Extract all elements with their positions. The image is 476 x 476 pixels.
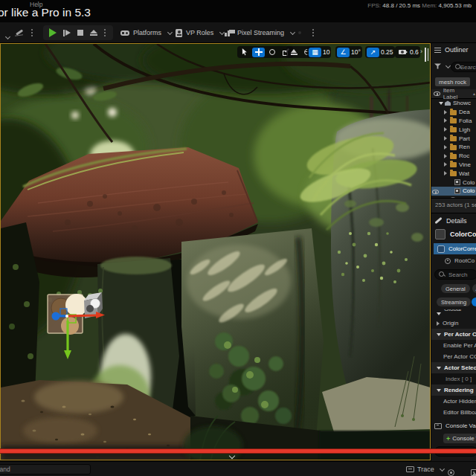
- details-title: Details: [446, 217, 467, 225]
- filter-chip-mesh-rock[interactable]: mesh rock: [435, 77, 470, 86]
- play-options-icon[interactable]: [104, 32, 106, 33]
- frame-skip-button[interactable]: [63, 30, 71, 36]
- details-row[interactable]: Global: [431, 309, 476, 318]
- outliner-filter-button[interactable]: [434, 63, 450, 69]
- page-title: or like a Pro in 5.3: [0, 6, 91, 19]
- component-row-selected[interactable]: ColorCorrec: [434, 243, 476, 254]
- expander-arrow-icon[interactable]: [439, 102, 443, 105]
- row-type-icon: [454, 179, 460, 185]
- details-row[interactable]: Rendering: [431, 385, 476, 396]
- expander-arrow-icon[interactable]: [444, 145, 448, 149]
- modes-options-icon[interactable]: [31, 32, 33, 33]
- camera-speed-value[interactable]: 0.6: [410, 48, 419, 56]
- console-icon: [434, 423, 442, 429]
- video-overlay-red-line: [0, 449, 476, 453]
- expander-arrow-icon[interactable]: [444, 171, 448, 176]
- row-label: Dea: [459, 109, 470, 115]
- expand-bottom-chevron-icon[interactable]: [230, 454, 236, 460]
- outliner-row[interactable]: Showc: [431, 99, 476, 108]
- row-type-icon: [450, 162, 457, 167]
- details-search-input[interactable]: Search: [434, 269, 476, 280]
- rotate-tool-button[interactable]: [266, 48, 278, 57]
- outliner-tab[interactable]: Outliner: [434, 46, 469, 54]
- scale-snap-toggle[interactable]: ↗: [367, 48, 379, 57]
- search-icon: [455, 64, 457, 71]
- derived-data-icon[interactable]: [471, 469, 476, 476]
- outliner-row[interactable]: Part: [431, 134, 476, 143]
- property-label: Index [ 0 ]: [446, 376, 472, 382]
- console-command-input[interactable]: Console Command: [0, 464, 91, 475]
- row-visibility-eye-icon[interactable]: [432, 189, 439, 196]
- outliner-row[interactable]: Vine: [431, 161, 476, 170]
- details-row[interactable]: Editor Billboard: [431, 407, 476, 418]
- details-row[interactable]: Origin: [431, 318, 476, 329]
- rotate-icon: [269, 49, 275, 55]
- outliner-row[interactable]: Colo: [431, 178, 476, 187]
- details-row[interactable]: Per Actor CC M: [431, 351, 476, 362]
- move-tool-button[interactable]: [252, 48, 265, 57]
- details-row[interactable]: Enable Per Acto: [431, 340, 476, 351]
- expander-arrow-icon[interactable]: [444, 118, 448, 123]
- filter-pill-active-partial[interactable]: [472, 298, 476, 306]
- rotation-snap-value[interactable]: 10°: [351, 48, 361, 56]
- vp-roles-menu[interactable]: VP Roles: [176, 25, 224, 40]
- surface-snap-button[interactable]: [288, 48, 300, 57]
- outliner-row[interactable]: Colo: [431, 187, 476, 196]
- camera-speed-button[interactable]: [396, 48, 408, 57]
- chevron-down-icon: [167, 29, 173, 34]
- root-component-row[interactable]: RootCo: [445, 257, 475, 264]
- rotation-snap-toggle[interactable]: ∠: [337, 48, 350, 57]
- details-row[interactable]: Per Actor CC: [431, 329, 476, 340]
- right-dock-panel: Outliner Search mesh rock Item Label ▲: [431, 43, 476, 461]
- rotation-snap-group: ∠ 10°: [335, 46, 362, 58]
- gamepad-icon: [120, 30, 129, 36]
- row-type-icon: [445, 100, 451, 106]
- category-arrow-icon: [437, 367, 441, 370]
- platforms-menu[interactable]: Platforms: [120, 25, 172, 40]
- add-console-variable-button[interactable]: + Console Va: [443, 434, 476, 443]
- outliner-row[interactable]: Folia: [431, 117, 476, 126]
- scale-snap-value[interactable]: 0.25: [381, 48, 393, 56]
- expander-arrow-icon[interactable]: [444, 110, 448, 115]
- component-icon: [437, 245, 445, 253]
- outliner-row[interactable]: Ligh: [431, 125, 476, 134]
- outliner-search-placeholder: Search: [460, 64, 476, 71]
- grid-snap-value[interactable]: 10: [323, 48, 329, 56]
- pixel-streaming-menu[interactable]: Pixel Streaming: [225, 25, 295, 40]
- details-row[interactable]: Index [ 0 ]: [431, 373, 476, 385]
- modes-chevron-icon[interactable]: [3, 30, 10, 43]
- filter-pill-actor-partial[interactable]: A: [472, 284, 476, 293]
- maximize-viewport-button[interactable]: [425, 48, 426, 62]
- filter-pill-streaming[interactable]: Streaming: [437, 298, 471, 306]
- outliner-row[interactable]: Dea: [431, 108, 476, 117]
- revision-control-icon[interactable]: [448, 469, 454, 476]
- grid-snap-toggle[interactable]: ▦: [309, 48, 321, 57]
- stop-button[interactable]: [77, 30, 83, 36]
- eject-button[interactable]: [90, 30, 97, 36]
- console-variables-row[interactable]: Console Varia: [434, 422, 476, 429]
- expander-arrow-icon[interactable]: [444, 162, 448, 167]
- property-label: Actor Selection: [444, 364, 476, 371]
- mem-label: Mem:: [422, 2, 437, 9]
- play-button[interactable]: [49, 28, 57, 37]
- toolbar-overflow-chevron[interactable]: ›: [420, 48, 422, 55]
- select-tool-button[interactable]: [239, 48, 251, 57]
- toolbar-options-icon[interactable]: [312, 32, 314, 33]
- filter-pill-general[interactable]: General: [441, 284, 470, 293]
- trace-menu[interactable]: Trace: [406, 466, 444, 473]
- details-tab[interactable]: Details: [434, 216, 467, 225]
- expander-arrow-icon[interactable]: [444, 154, 448, 158]
- expander-arrow-icon[interactable]: [444, 136, 448, 141]
- outliner-column-header[interactable]: Item Label ▲: [431, 89, 476, 99]
- outliner-row[interactable]: Wat: [431, 169, 476, 178]
- outliner-search-input[interactable]: Search: [451, 62, 476, 72]
- details-row[interactable]: Actor Hidden In: [431, 396, 476, 407]
- diagonal-arrow-icon: ↗: [370, 49, 376, 56]
- level-viewport[interactable]: ▦ 10 ∠ 10° ↗ 0.25 0.6 ›: [0, 43, 431, 460]
- row-type-icon: [450, 127, 457, 132]
- outliner-row[interactable]: Ren: [431, 143, 476, 152]
- expander-arrow-icon[interactable]: [444, 127, 448, 132]
- trace-label: Trace: [417, 466, 434, 473]
- outliner-row[interactable]: Roc: [431, 152, 476, 161]
- details-row[interactable]: Actor Selection: [431, 362, 476, 373]
